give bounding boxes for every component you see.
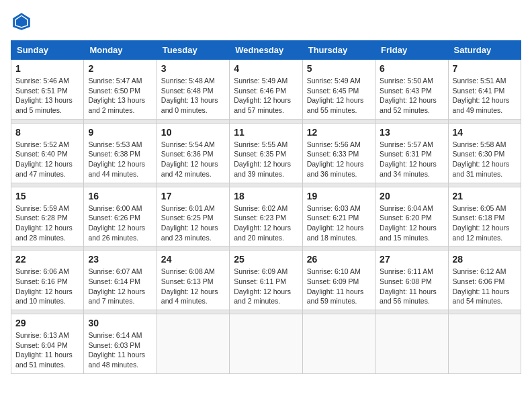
day-number: 19 <box>307 191 371 201</box>
day-number: 21 <box>453 191 517 201</box>
day-info: Sunrise: 5:56 AMSunset: 6:33 PMDaylight:… <box>307 140 371 179</box>
day-info: Sunrise: 5:49 AMSunset: 6:45 PMDaylight:… <box>307 76 371 116</box>
day-of-week-header: Wednesday <box>230 41 302 60</box>
page-header <box>11 11 521 32</box>
day-number: 9 <box>88 127 152 138</box>
logo-icon <box>11 11 32 32</box>
calendar-week-row: 1Sunrise: 5:46 AMSunset: 6:51 PMDaylight… <box>11 60 521 120</box>
day-number: 13 <box>380 127 443 138</box>
calendar-day-cell: 17Sunrise: 6:01 AMSunset: 6:25 PMDayligh… <box>157 187 229 246</box>
day-number: 7 <box>453 63 517 74</box>
day-of-week-header: Sunday <box>11 41 84 60</box>
day-number: 22 <box>15 254 79 265</box>
day-number: 1 <box>15 63 79 74</box>
calendar-day-cell: 4Sunrise: 5:49 AMSunset: 6:46 PMDaylight… <box>230 60 302 120</box>
day-number: 5 <box>307 63 371 74</box>
day-info: Sunrise: 5:48 AMSunset: 6:48 PMDaylight:… <box>161 76 225 116</box>
day-info: Sunrise: 5:50 AMSunset: 6:43 PMDaylight:… <box>380 76 443 116</box>
day-info: Sunrise: 5:52 AMSunset: 6:40 PMDaylight:… <box>15 140 79 179</box>
day-info: Sunrise: 5:49 AMSunset: 6:46 PMDaylight:… <box>234 76 298 116</box>
day-info: Sunrise: 6:02 AMSunset: 6:23 PMDaylight:… <box>234 203 298 243</box>
day-number: 4 <box>234 63 298 74</box>
day-number: 17 <box>161 191 225 201</box>
day-info: Sunrise: 6:05 AMSunset: 6:18 PMDaylight:… <box>453 203 517 243</box>
day-info: Sunrise: 6:01 AMSunset: 6:25 PMDaylight:… <box>161 203 225 243</box>
calendar-day-cell: 30Sunrise: 6:14 AMSunset: 6:03 PMDayligh… <box>84 314 157 374</box>
calendar-day-cell: 9Sunrise: 5:53 AMSunset: 6:38 PMDaylight… <box>84 123 157 183</box>
day-info: Sunrise: 6:11 AMSunset: 6:08 PMDaylight:… <box>380 267 443 306</box>
day-number: 29 <box>15 318 79 328</box>
day-info: Sunrise: 5:57 AMSunset: 6:31 PMDaylight:… <box>380 140 443 179</box>
day-info: Sunrise: 6:10 AMSunset: 6:09 PMDaylight:… <box>307 267 371 306</box>
calendar-day-cell: 29Sunrise: 6:13 AMSunset: 6:04 PMDayligh… <box>11 314 84 374</box>
day-info: Sunrise: 6:06 AMSunset: 6:16 PMDaylight:… <box>15 267 79 306</box>
calendar-day-cell <box>375 314 448 374</box>
calendar-day-cell: 2Sunrise: 5:47 AMSunset: 6:50 PMDaylight… <box>84 60 157 120</box>
day-number: 12 <box>307 127 371 138</box>
logo <box>11 11 35 32</box>
day-number: 27 <box>380 254 443 265</box>
calendar-day-cell: 5Sunrise: 5:49 AMSunset: 6:45 PMDaylight… <box>302 60 375 120</box>
day-info: Sunrise: 5:47 AMSunset: 6:50 PMDaylight:… <box>88 76 152 116</box>
day-info: Sunrise: 6:08 AMSunset: 6:13 PMDaylight:… <box>161 267 225 306</box>
day-number: 18 <box>234 191 298 201</box>
calendar-week-row: 22Sunrise: 6:06 AMSunset: 6:16 PMDayligh… <box>11 250 521 310</box>
day-info: Sunrise: 6:14 AMSunset: 6:03 PMDaylight:… <box>88 330 152 370</box>
day-number: 28 <box>453 254 517 265</box>
calendar-day-cell: 6Sunrise: 5:50 AMSunset: 6:43 PMDaylight… <box>375 60 448 120</box>
calendar-day-cell: 11Sunrise: 5:55 AMSunset: 6:35 PMDayligh… <box>230 123 302 183</box>
calendar-day-cell: 26Sunrise: 6:10 AMSunset: 6:09 PMDayligh… <box>302 250 375 310</box>
day-info: Sunrise: 5:51 AMSunset: 6:41 PMDaylight:… <box>453 76 517 116</box>
day-number: 24 <box>161 254 225 265</box>
day-info: Sunrise: 5:54 AMSunset: 6:36 PMDaylight:… <box>161 140 225 179</box>
calendar-day-cell: 3Sunrise: 5:48 AMSunset: 6:48 PMDaylight… <box>157 60 229 120</box>
day-number: 26 <box>307 254 371 265</box>
calendar-table: SundayMondayTuesdayWednesdayThursdayFrid… <box>11 40 521 374</box>
calendar-day-cell: 19Sunrise: 6:03 AMSunset: 6:21 PMDayligh… <box>302 187 375 246</box>
calendar-day-cell: 16Sunrise: 6:00 AMSunset: 6:26 PMDayligh… <box>84 187 157 246</box>
calendar-day-cell: 14Sunrise: 5:58 AMSunset: 6:30 PMDayligh… <box>448 123 521 183</box>
day-info: Sunrise: 5:55 AMSunset: 6:35 PMDaylight:… <box>234 140 298 179</box>
calendar-day-cell: 10Sunrise: 5:54 AMSunset: 6:36 PMDayligh… <box>157 123 229 183</box>
day-number: 20 <box>380 191 443 201</box>
day-number: 8 <box>15 127 79 138</box>
calendar-week-row: 15Sunrise: 5:59 AMSunset: 6:28 PMDayligh… <box>11 187 521 246</box>
day-number: 30 <box>88 318 152 328</box>
calendar-day-cell <box>157 314 229 374</box>
day-number: 10 <box>161 127 225 138</box>
day-number: 11 <box>234 127 298 138</box>
calendar-day-cell: 28Sunrise: 6:12 AMSunset: 6:06 PMDayligh… <box>448 250 521 310</box>
calendar-day-cell <box>302 314 375 374</box>
day-info: Sunrise: 6:13 AMSunset: 6:04 PMDaylight:… <box>15 330 79 370</box>
day-number: 3 <box>161 63 225 74</box>
calendar-day-cell: 25Sunrise: 6:09 AMSunset: 6:11 PMDayligh… <box>230 250 302 310</box>
day-of-week-header: Monday <box>84 41 157 60</box>
calendar-day-cell: 20Sunrise: 6:04 AMSunset: 6:20 PMDayligh… <box>375 187 448 246</box>
calendar-day-cell: 12Sunrise: 5:56 AMSunset: 6:33 PMDayligh… <box>302 123 375 183</box>
day-number: 2 <box>88 63 152 74</box>
day-number: 6 <box>380 63 443 74</box>
day-number: 15 <box>15 191 79 201</box>
day-info: Sunrise: 5:59 AMSunset: 6:28 PMDaylight:… <box>15 203 79 243</box>
calendar-day-cell <box>448 314 521 374</box>
day-info: Sunrise: 6:09 AMSunset: 6:11 PMDaylight:… <box>234 267 298 306</box>
calendar-day-cell: 22Sunrise: 6:06 AMSunset: 6:16 PMDayligh… <box>11 250 84 310</box>
day-number: 14 <box>453 127 517 138</box>
day-info: Sunrise: 6:12 AMSunset: 6:06 PMDaylight:… <box>453 267 517 306</box>
day-of-week-header: Thursday <box>302 41 375 60</box>
calendar-day-cell: 13Sunrise: 5:57 AMSunset: 6:31 PMDayligh… <box>375 123 448 183</box>
calendar-week-row: 8Sunrise: 5:52 AMSunset: 6:40 PMDaylight… <box>11 123 521 183</box>
calendar-day-cell: 15Sunrise: 5:59 AMSunset: 6:28 PMDayligh… <box>11 187 84 246</box>
calendar-day-cell: 7Sunrise: 5:51 AMSunset: 6:41 PMDaylight… <box>448 60 521 120</box>
calendar-day-cell: 27Sunrise: 6:11 AMSunset: 6:08 PMDayligh… <box>375 250 448 310</box>
day-info: Sunrise: 6:03 AMSunset: 6:21 PMDaylight:… <box>307 203 371 243</box>
day-of-week-header: Tuesday <box>157 41 229 60</box>
day-of-week-header: Saturday <box>448 41 521 60</box>
calendar-day-cell: 21Sunrise: 6:05 AMSunset: 6:18 PMDayligh… <box>448 187 521 246</box>
calendar-day-cell: 1Sunrise: 5:46 AMSunset: 6:51 PMDaylight… <box>11 60 84 120</box>
day-info: Sunrise: 6:07 AMSunset: 6:14 PMDaylight:… <box>88 267 152 306</box>
day-info: Sunrise: 6:00 AMSunset: 6:26 PMDaylight:… <box>88 203 152 243</box>
day-info: Sunrise: 5:46 AMSunset: 6:51 PMDaylight:… <box>15 76 79 116</box>
day-info: Sunrise: 5:58 AMSunset: 6:30 PMDaylight:… <box>453 140 517 179</box>
day-of-week-header: Friday <box>375 41 448 60</box>
